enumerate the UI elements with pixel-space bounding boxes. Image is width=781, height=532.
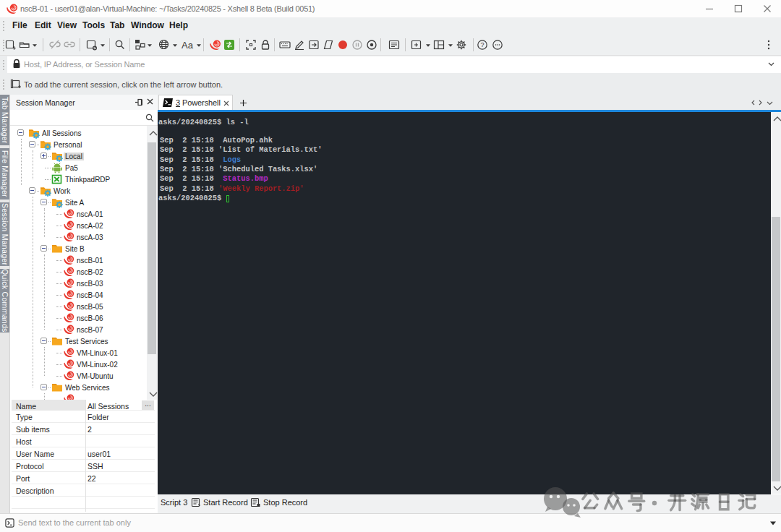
svg-text:?: ?: [480, 41, 484, 48]
